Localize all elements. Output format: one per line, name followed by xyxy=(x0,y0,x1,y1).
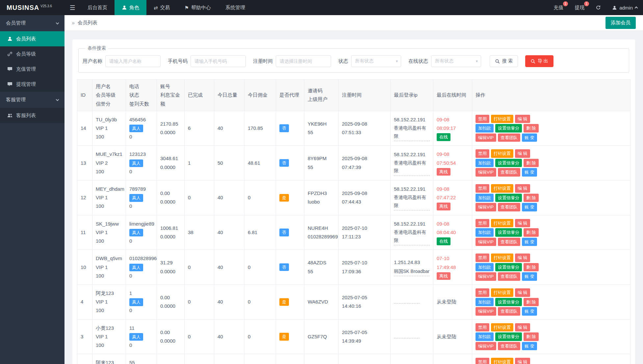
cell-last-ip: 1.251.24.83韩国SK Broadbar xyxy=(391,250,433,285)
export-button[interactable]: 导 出 xyxy=(525,55,553,67)
action-view-team-button[interactable]: 查看团队 xyxy=(498,238,520,246)
nav-help-center[interactable]: ⚑ 帮助中心 xyxy=(177,0,218,15)
action-edit-button[interactable]: 编 辑 xyxy=(515,254,530,262)
action-ban-button[interactable]: 禁用 xyxy=(476,323,489,332)
action-account-change-button[interactable]: 账 变 xyxy=(522,168,537,177)
action-edit-vip-button[interactable]: 编辑VIP xyxy=(476,203,496,211)
action-delete-button[interactable]: 删 除 xyxy=(524,124,539,133)
action-add-deduct-button[interactable]: 加扣款 xyxy=(476,194,494,202)
action-set-credit-button[interactable]: 设置信誉分 xyxy=(495,298,522,306)
sidebar-item-support-list[interactable]: 客服列表 xyxy=(0,108,64,123)
action-view-team-button[interactable]: 查看团队 xyxy=(498,133,520,142)
action-edit-vip-button[interactable]: 编辑VIP xyxy=(476,342,496,351)
action-inject-setting-button[interactable]: 打针设置 xyxy=(491,254,513,262)
cell-phone: 01028289969真人0 xyxy=(126,250,157,285)
action-edit-button[interactable]: 编 辑 xyxy=(515,219,530,228)
action-inject-setting-button[interactable]: 打针设置 xyxy=(491,184,513,193)
sidebar-item-member-level[interactable]: 会员等级 xyxy=(0,46,64,61)
action-edit-vip-button[interactable]: 编辑VIP xyxy=(476,133,496,142)
action-edit-button[interactable]: 编 辑 xyxy=(515,115,530,123)
action-view-team-button[interactable]: 查看团队 xyxy=(498,272,520,281)
status-select[interactable]: 所有状态 ▾ xyxy=(351,55,401,67)
action-add-deduct-button[interactable]: 加扣款 xyxy=(476,159,494,167)
action-edit-vip-button[interactable]: 编辑VIP xyxy=(476,307,496,316)
action-inject-setting-button[interactable]: 打针设置 xyxy=(491,288,513,297)
sidebar-group-member-mgmt[interactable]: 会员管理 xyxy=(0,15,64,31)
nav-dashboard[interactable]: 后台首页 xyxy=(80,0,115,15)
action-view-team-button[interactable]: 查看团队 xyxy=(498,307,520,316)
recharge-button[interactable]: 充值 1 xyxy=(548,0,569,15)
sidebar: 会员管理 会员列表 会员等级 充值管理 提现管理 客服管理 客服列表 xyxy=(0,15,64,364)
cell-last-online: 从未登陆 xyxy=(433,284,472,319)
action-set-credit-button[interactable]: 设置信誉分 xyxy=(495,124,522,133)
action-edit-vip-button[interactable]: 编辑VIP xyxy=(476,168,496,177)
action-view-team-button[interactable]: 查看团队 xyxy=(498,203,520,211)
action-inject-setting-button[interactable]: 打针设置 xyxy=(491,219,513,228)
action-edit-button[interactable]: 编 辑 xyxy=(515,358,530,364)
action-edit-button[interactable]: 编 辑 xyxy=(515,184,530,193)
refresh-button[interactable] xyxy=(590,0,606,15)
action-set-credit-button[interactable]: 设置信誉分 xyxy=(495,263,522,272)
action-set-credit-button[interactable]: 设置信誉分 xyxy=(495,332,522,341)
sidebar-item-withdraw-mgmt[interactable]: 提现管理 xyxy=(0,77,64,92)
action-edit-vip-button[interactable]: 编辑VIP xyxy=(476,238,496,246)
action-ban-button[interactable]: 禁用 xyxy=(476,149,489,158)
action-account-change-button[interactable]: 账 变 xyxy=(522,307,537,316)
add-member-button[interactable]: 添加会员 xyxy=(605,17,636,29)
action-ban-button[interactable]: 禁用 xyxy=(476,219,489,228)
action-ban-button[interactable]: 禁用 xyxy=(476,184,489,193)
action-add-deduct-button[interactable]: 加扣款 xyxy=(476,332,494,341)
nav-roles-label: 角色 xyxy=(129,5,139,11)
sidebar-group-support-mgmt[interactable]: 客服管理 xyxy=(0,92,64,108)
action-add-deduct-button[interactable]: 加扣款 xyxy=(476,124,494,133)
action-account-change-button[interactable]: 账 变 xyxy=(522,133,537,142)
cell-user: 阿来123VIP 1100 xyxy=(92,354,126,364)
action-delete-button[interactable]: 删 除 xyxy=(524,228,539,237)
action-delete-button[interactable]: 删 除 xyxy=(524,298,539,306)
withdraw-button[interactable]: 提现 1 xyxy=(569,0,590,15)
action-view-team-button[interactable]: 查看团队 xyxy=(498,342,520,351)
action-delete-button[interactable]: 删 除 xyxy=(524,159,539,167)
action-inject-setting-button[interactable]: 打针设置 xyxy=(491,149,513,158)
nav-system-mgmt[interactable]: 系统管理 xyxy=(218,0,252,15)
action-delete-button[interactable]: 删 除 xyxy=(524,332,539,341)
action-account-change-button[interactable]: 账 变 xyxy=(522,238,537,246)
nav-trade[interactable]: ⇄ 交易 xyxy=(146,0,177,15)
action-edit-button[interactable]: 编 辑 xyxy=(515,288,530,297)
action-set-credit-button[interactable]: 设置信誉分 xyxy=(495,159,522,167)
action-edit-button[interactable]: 编 辑 xyxy=(515,149,530,158)
reg-time-input[interactable] xyxy=(276,55,331,67)
search-button[interactable]: 搜 索 xyxy=(490,55,518,67)
action-set-credit-button[interactable]: 设置信誉分 xyxy=(495,228,522,237)
action-ban-button[interactable]: 禁用 xyxy=(476,358,489,364)
cell-actions: 禁用打针设置编 辑加扣款设置信誉分删 除编辑VIP查看团队账 变 xyxy=(472,250,630,285)
action-add-deduct-button[interactable]: 加扣款 xyxy=(476,298,494,306)
action-account-change-button[interactable]: 账 变 xyxy=(522,203,537,211)
action-inject-setting-button[interactable]: 打针设置 xyxy=(491,115,513,123)
action-set-credit-button[interactable]: 设置信誉分 xyxy=(495,194,522,202)
phone-input[interactable] xyxy=(191,55,246,67)
logo-version: V25.3.6 xyxy=(40,4,52,8)
online-status-select[interactable]: 所有状态 ▾ xyxy=(431,55,481,67)
action-account-change-button[interactable]: 账 变 xyxy=(522,272,537,281)
menu-toggle-icon[interactable]: ☰ xyxy=(64,0,80,15)
action-inject-setting-button[interactable]: 打针设置 xyxy=(491,358,513,364)
action-ban-button[interactable]: 禁用 xyxy=(476,115,489,123)
nav-roles[interactable]: 角色 xyxy=(115,0,146,15)
admin-menu[interactable]: admin xyxy=(606,0,643,15)
sidebar-item-member-list[interactable]: 会员列表 xyxy=(0,31,64,46)
username-input[interactable] xyxy=(105,55,161,67)
action-edit-vip-button[interactable]: 编辑VIP xyxy=(476,272,496,281)
action-ban-button[interactable]: 禁用 xyxy=(476,288,489,297)
action-add-deduct-button[interactable]: 加扣款 xyxy=(476,263,494,272)
action-inject-setting-button[interactable]: 打针设置 xyxy=(491,323,513,332)
action-ban-button[interactable]: 禁用 xyxy=(476,254,489,262)
action-edit-button[interactable]: 编 辑 xyxy=(515,323,530,332)
action-delete-button[interactable]: 删 除 xyxy=(524,194,539,202)
sidebar-item-recharge-mgmt[interactable]: 充值管理 xyxy=(0,61,64,77)
action-view-team-button[interactable]: 查看团队 xyxy=(498,168,520,177)
action-account-change-button[interactable]: 账 变 xyxy=(522,342,537,351)
action-add-deduct-button[interactable]: 加扣款 xyxy=(476,228,494,237)
action-delete-button[interactable]: 删 除 xyxy=(524,263,539,272)
cell-reg-time: 2025-07-10 17:11:23 xyxy=(339,215,391,250)
